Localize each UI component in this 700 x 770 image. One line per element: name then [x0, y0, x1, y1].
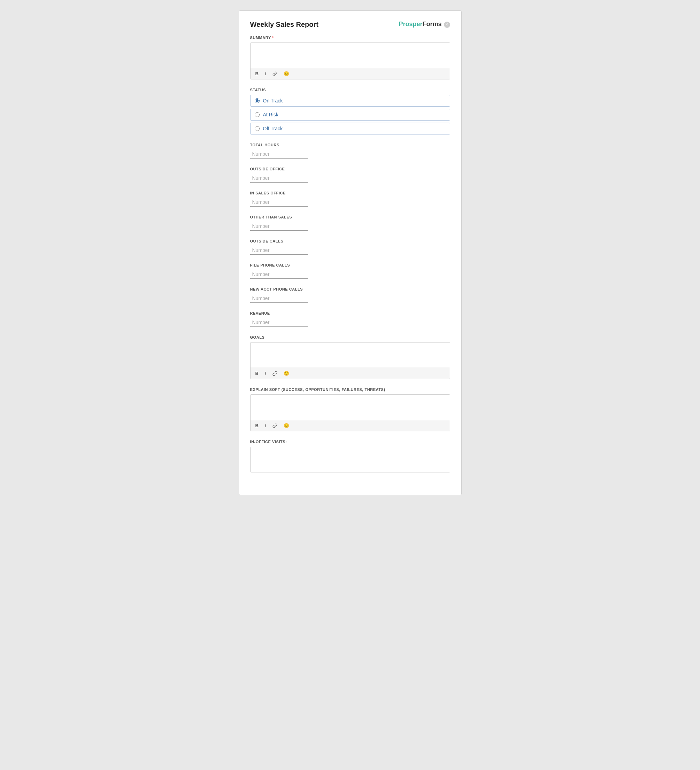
revenue-field: REVENUE — [250, 311, 450, 327]
file-phone-calls-input[interactable] — [250, 270, 308, 279]
brand-area: ProsperForms ✕ — [399, 21, 450, 28]
total-hours-field: TOTAL HOURS — [250, 143, 450, 159]
explain-soft-link-button[interactable] — [271, 423, 279, 429]
summary-editor: B I 🙂 — [250, 42, 450, 79]
status-on-track-label: On Track — [263, 98, 283, 104]
new-acct-phone-calls-input[interactable] — [250, 294, 308, 303]
new-acct-phone-calls-label: NEW ACCT PHONE CALLS — [250, 287, 450, 291]
status-on-track[interactable]: On Track — [250, 95, 450, 107]
explain-soft-emoji-button[interactable]: 🙂 — [282, 422, 291, 429]
goals-bold-button[interactable]: B — [254, 370, 260, 377]
explain-soft-label: EXPLAIN SOFT (SUCCESS, OPPORTUNITIES, FA… — [250, 387, 450, 391]
other-than-sales-field: OTHER THAN SALES — [250, 215, 450, 231]
status-off-track-label: Off Track — [263, 126, 283, 131]
required-indicator: * — [272, 36, 274, 40]
form-title: Weekly Sales Report — [250, 21, 318, 29]
outside-calls-input[interactable] — [250, 246, 308, 255]
summary-bold-button[interactable]: B — [254, 70, 260, 77]
in-sales-office-input[interactable] — [250, 198, 308, 207]
summary-emoji-button[interactable]: 🙂 — [282, 70, 291, 77]
outside-office-label: OUTSIDE OFFICE — [250, 167, 450, 171]
revenue-label: REVENUE — [250, 311, 450, 315]
goals-label: GOALS — [250, 335, 450, 339]
in-sales-office-field: IN SALES OFFICE — [250, 191, 450, 207]
explain-soft-bold-button[interactable]: B — [254, 422, 260, 429]
explain-soft-input[interactable] — [251, 395, 450, 419]
summary-italic-button[interactable]: I — [264, 70, 268, 77]
status-at-risk[interactable]: At Risk — [250, 109, 450, 121]
goals-link-button[interactable] — [271, 370, 279, 377]
in-office-visits-label: IN-OFFICE VISITS: — [250, 440, 450, 444]
goals-input[interactable] — [251, 343, 450, 366]
status-on-track-radio[interactable] — [255, 98, 260, 103]
total-hours-label: TOTAL HOURS — [250, 143, 450, 147]
explain-soft-toolbar: B I 🙂 — [251, 420, 450, 431]
other-than-sales-input[interactable] — [250, 222, 308, 231]
outside-office-field: OUTSIDE OFFICE — [250, 167, 450, 183]
file-phone-calls-label: FILE PHONE CALLS — [250, 263, 450, 267]
outside-calls-field: OUTSIDE CALLS — [250, 239, 450, 255]
revenue-input[interactable] — [250, 318, 308, 327]
status-label: STATUS — [250, 88, 450, 92]
new-acct-phone-calls-field: NEW ACCT PHONE CALLS — [250, 287, 450, 303]
summary-label: SUMMARY* — [250, 36, 450, 40]
explain-soft-italic-button[interactable]: I — [264, 422, 268, 429]
status-field: STATUS On Track At Risk Off Track — [250, 88, 450, 134]
goals-field: GOALS B I 🙂 — [250, 335, 450, 379]
outside-office-input[interactable] — [250, 174, 308, 183]
other-than-sales-label: OTHER THAN SALES — [250, 215, 450, 219]
goals-editor: B I 🙂 — [250, 342, 450, 379]
status-at-risk-radio[interactable] — [255, 112, 260, 117]
goals-toolbar: B I 🙂 — [251, 367, 450, 379]
close-button[interactable]: ✕ — [444, 22, 450, 28]
total-hours-input[interactable] — [250, 150, 308, 159]
in-office-visits-input[interactable] — [251, 447, 450, 471]
outside-calls-label: OUTSIDE CALLS — [250, 239, 450, 243]
summary-toolbar: B I 🙂 — [251, 68, 450, 79]
explain-soft-editor: B I 🙂 — [250, 395, 450, 431]
file-phone-calls-field: FILE PHONE CALLS — [250, 263, 450, 279]
explain-soft-field: EXPLAIN SOFT (SUCCESS, OPPORTUNITIES, FA… — [250, 387, 450, 431]
goals-italic-button[interactable]: I — [264, 370, 268, 377]
summary-input[interactable] — [251, 43, 450, 66]
form-header: Weekly Sales Report ProsperForms ✕ — [250, 21, 450, 29]
summary-link-button[interactable] — [271, 71, 279, 77]
brand-logo: ProsperForms — [399, 21, 441, 28]
status-off-track-radio[interactable] — [255, 126, 260, 131]
in-office-visits-editor — [250, 446, 450, 472]
status-options: On Track At Risk Off Track — [250, 95, 450, 134]
form-container: Weekly Sales Report ProsperForms ✕ SUMMA… — [239, 10, 462, 495]
in-sales-office-label: IN SALES OFFICE — [250, 191, 450, 195]
summary-field: SUMMARY* B I 🙂 — [250, 36, 450, 79]
status-off-track[interactable]: Off Track — [250, 123, 450, 134]
status-at-risk-label: At Risk — [263, 112, 278, 117]
in-office-visits-field: IN-OFFICE VISITS: — [250, 440, 450, 472]
brand-prosper: Prosper — [399, 21, 422, 28]
goals-emoji-button[interactable]: 🙂 — [282, 370, 291, 377]
brand-forms: Forms — [422, 21, 441, 28]
